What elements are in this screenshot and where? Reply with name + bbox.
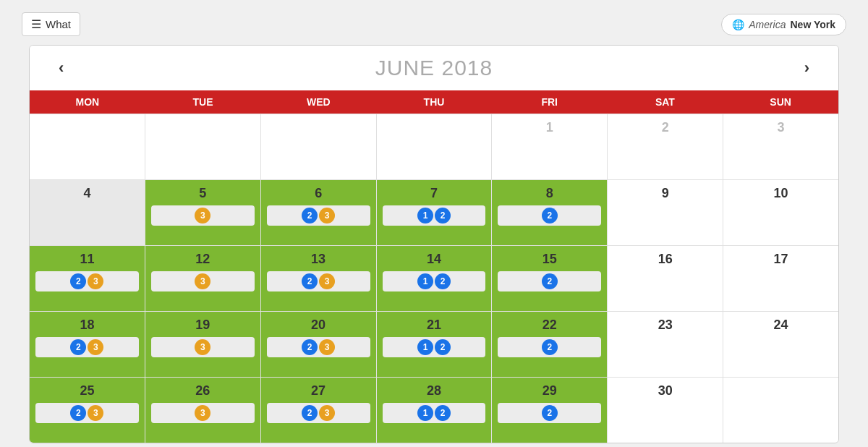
badges-row: 23: [267, 271, 370, 291]
prev-month-button[interactable]: ‹: [51, 56, 71, 80]
day-headers: MonTueWedThuFriSatSun: [30, 90, 838, 114]
day-number: 7: [430, 186, 438, 201]
badges-row: 23: [35, 271, 139, 291]
calendar-cell[interactable]: 623: [261, 180, 376, 245]
event-badge[interactable]: 2: [435, 405, 451, 421]
list-icon: ☰: [31, 17, 41, 31]
calendar-cell[interactable]: 2023: [261, 312, 376, 377]
calendar-cell: [261, 114, 376, 179]
calendar-cell[interactable]: 222: [492, 312, 607, 377]
next-month-button[interactable]: ›: [797, 56, 817, 80]
day-header-sat: Sat: [608, 90, 723, 114]
calendar-cell[interactable]: 123: [145, 246, 260, 311]
event-badge[interactable]: 3: [319, 405, 335, 421]
event-badge[interactable]: 3: [319, 273, 335, 289]
event-badge[interactable]: 2: [70, 273, 86, 289]
event-badge[interactable]: 3: [319, 208, 335, 224]
calendar-cell: 23: [608, 312, 723, 377]
event-badge[interactable]: 2: [542, 339, 558, 355]
badges-row: 2: [498, 403, 601, 423]
badges-row: 23: [267, 337, 370, 357]
event-badge[interactable]: 2: [542, 273, 558, 289]
badges-row: 12: [383, 271, 486, 291]
badges-row: 23: [267, 403, 370, 423]
calendar-cell: 3: [723, 114, 838, 179]
what-button[interactable]: ☰ What: [22, 12, 80, 36]
event-badge[interactable]: 3: [88, 339, 103, 355]
event-badge[interactable]: 1: [417, 339, 433, 355]
event-badge[interactable]: 1: [417, 405, 433, 421]
event-badge[interactable]: 2: [302, 208, 318, 224]
event-badge[interactable]: 3: [195, 208, 210, 224]
calendar-cell: 2: [608, 114, 723, 179]
badges-row: 12: [383, 337, 486, 357]
event-badge[interactable]: 3: [195, 405, 210, 421]
badges-row: 23: [267, 205, 370, 226]
calendar-cell: 9: [608, 180, 723, 245]
badges-row: 2: [498, 271, 601, 291]
badges-row: 23: [35, 403, 139, 423]
day-number: 13: [311, 252, 326, 267]
month-year-title: JUNE 2018: [375, 56, 493, 80]
calendar-cell[interactable]: 712: [377, 180, 492, 245]
calendar-cell[interactable]: 53: [145, 180, 260, 245]
calendar-cell[interactable]: 292: [492, 378, 607, 443]
event-badge[interactable]: 2: [70, 405, 86, 421]
calendar-cell[interactable]: 2523: [30, 378, 145, 443]
day-number: 21: [427, 318, 441, 333]
event-badge[interactable]: 3: [195, 339, 210, 355]
calendar-cell[interactable]: 1823: [30, 312, 145, 377]
month-label: JUNE: [375, 56, 435, 80]
event-badge[interactable]: 3: [88, 273, 103, 289]
calendar-cell[interactable]: 2112: [377, 312, 492, 377]
globe-icon: 🌐: [732, 19, 744, 30]
calendar-cell: [30, 114, 145, 179]
day-number: 18: [80, 318, 94, 333]
day-number: 17: [774, 252, 788, 267]
event-badge[interactable]: 1: [417, 208, 433, 224]
calendar-cell[interactable]: 152: [492, 246, 607, 311]
badges-row: 3: [151, 337, 255, 357]
calendar-cell: [723, 378, 838, 443]
calendar-container: ‹ JUNE 2018 › MonTueWedThuFriSatSun 1234…: [29, 45, 839, 443]
calendar-cell[interactable]: 193: [145, 312, 260, 377]
badges-row: 23: [35, 337, 139, 357]
event-badge[interactable]: 2: [302, 273, 318, 289]
event-badge[interactable]: 2: [435, 273, 451, 289]
event-badge[interactable]: 2: [542, 405, 558, 421]
calendar-cell: 4: [30, 180, 145, 245]
day-number: 10: [774, 186, 788, 201]
timezone-region: America: [749, 19, 786, 30]
event-badge[interactable]: 2: [542, 208, 558, 224]
calendar-cell[interactable]: 1412: [377, 246, 492, 311]
event-badge[interactable]: 2: [302, 339, 318, 355]
event-badge[interactable]: 3: [195, 273, 210, 289]
calendar-cell[interactable]: 1123: [30, 246, 145, 311]
calendar-cell[interactable]: 82: [492, 180, 607, 245]
calendar-cell[interactable]: 2723: [261, 378, 376, 443]
calendar-cell[interactable]: 2812: [377, 378, 492, 443]
badges-row: 3: [151, 205, 255, 226]
day-header-wed: Wed: [260, 90, 376, 114]
day-number: 15: [542, 252, 557, 267]
event-badge[interactable]: 3: [319, 339, 335, 355]
day-header-fri: Fri: [492, 90, 608, 114]
day-number: 16: [658, 252, 673, 267]
event-badge[interactable]: 2: [70, 339, 86, 355]
event-badge[interactable]: 2: [435, 339, 451, 355]
day-number: 11: [80, 252, 94, 267]
calendar-cell[interactable]: 1323: [261, 246, 376, 311]
event-badge[interactable]: 2: [435, 208, 451, 224]
badges-row: 2: [498, 205, 601, 226]
calendar-cell: 30: [608, 378, 723, 443]
event-badge[interactable]: 3: [88, 405, 103, 421]
day-number: 2: [662, 120, 669, 135]
calendar-cell: 16: [608, 246, 723, 311]
event-badge[interactable]: 2: [302, 405, 318, 421]
event-badge[interactable]: 1: [417, 273, 433, 289]
calendar-cell[interactable]: 263: [145, 378, 260, 443]
day-number: 22: [542, 318, 557, 333]
calendar-cell: [145, 114, 260, 179]
calendar-cell: 1: [492, 114, 607, 179]
timezone-button[interactable]: 🌐 America New York: [721, 14, 846, 35]
